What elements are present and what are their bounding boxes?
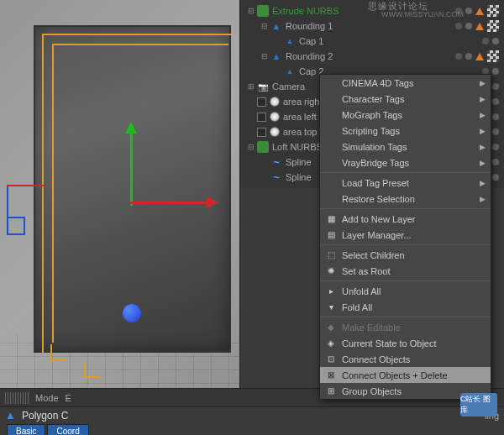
axis-y-arrow[interactable] [130,126,133,206]
camera-icon [257,81,269,92]
menu-label: VrayBridge Tags [342,158,484,168]
menu-label: Unfold All [342,286,484,296]
menu-item-unfold-all[interactable]: ▸Unfold All [320,283,491,299]
menu-label: MoGraph Tags [342,110,484,120]
context-menu[interactable]: CINEMA 4D Tags▶Character Tags▶MoGraph Ta… [319,74,491,400]
menu-item-character-tags[interactable]: Character Tags▶ [320,91,491,107]
expand-icon[interactable] [274,67,282,76]
expand-icon[interactable]: ⊟ [260,22,269,30]
watermark-url: WWW.MISSYUAN.COM [381,10,464,18]
editable-icon: ◆ [323,321,339,334]
layer-mgr-icon: ▤ [323,228,339,242]
loft-icon [257,141,269,153]
axis-origin-sphere[interactable] [123,304,141,322]
select-icon: ⬚ [323,249,339,262]
menu-item-connect-objects[interactable]: ⊡Connect Objects [320,351,491,367]
menu-item-make-editable: ◆Make Editable [320,319,491,335]
cap-icon [284,66,296,77]
layer-add-icon: ▦ [323,212,339,226]
axis-x-arrow[interactable] [130,202,214,204]
menu-item-vraybridge-tags[interactable]: VrayBridge Tags▶ [320,155,491,170]
blank-icon [323,156,339,170]
texture-tag[interactable] [487,20,499,32]
menu-item-connect-objects-delete[interactable]: ⊠Connect Objects + Delete [320,367,491,383]
menu-label: Scripting Tags [342,126,484,136]
menu-item-restore-selection[interactable]: Restore Selection▶ [320,191,491,207]
texture-tag[interactable] [487,5,499,17]
menu-label: Connect Objects + Delete [342,370,484,380]
menu-label: Restore Selection [342,194,484,204]
submenu-arrow-icon: ▶ [480,95,486,103]
menu-separator [320,280,491,281]
menu-item-layer-manager-[interactable]: ▤Layer Manager... [320,227,491,243]
tab-coord[interactable]: Coord [47,424,88,435]
menu-label: CINEMA 4D Tags [342,78,484,88]
tag-badge[interactable] [475,53,484,60]
visibility-checkbox[interactable] [257,97,266,107]
expand-icon[interactable]: ⊞ [247,82,255,91]
menu-label: Set as Root [342,266,484,276]
visibility-dots[interactable] [455,50,499,62]
tab-basic[interactable]: Basic [7,424,45,435]
menu-label: Character Tags [342,94,484,104]
menu-label: Load Tag Preset [342,178,484,188]
expand-icon[interactable] [274,37,282,45]
menu-label: Select Children [342,250,484,260]
blank-icon [323,92,339,106]
expand-icon[interactable]: ⊟ [260,52,269,60]
tag-badge[interactable] [475,8,484,15]
menu-label: Current State to Object [342,338,484,349]
tree-row-rounding-1[interactable]: ⊟Rounding 1 [240,18,504,34]
menu-label: Connect Objects [342,354,484,364]
menu-item-scripting-tags[interactable]: Scripting Tags▶ [320,123,491,139]
menu-label: Fold All [342,302,484,312]
expand-icon[interactable] [247,113,255,121]
blank-icon [323,76,339,90]
expand-icon[interactable] [247,97,255,106]
expand-icon[interactable] [260,173,269,181]
expand-icon[interactable] [260,158,269,166]
menu-item-mograph-tags[interactable]: MoGraph Tags▶ [320,107,491,123]
menu-item-set-as-root[interactable]: ✺Set as Root [320,263,491,279]
menu-item-add-to-new-layer[interactable]: ▦Add to New Layer [320,211,491,227]
submenu-arrow-icon: ▶ [480,127,486,135]
menu-separator [320,208,491,209]
tree-row-rounding-2[interactable]: ⊟Rounding 2 [240,49,504,64]
cap-icon [284,35,296,47]
light-icon [270,97,280,107]
visibility-checkbox[interactable] [257,113,266,122]
edge-bracket [84,361,101,378]
blank-icon [323,108,339,122]
expand-icon[interactable]: ⊟ [247,7,255,15]
expand-icon[interactable]: ⊟ [247,143,255,151]
menu-item-cinema-4d-tags[interactable]: CINEMA 4D Tags▶ [320,75,491,91]
menu-item-current-state-to-object[interactable]: ◈Current State to Object [320,335,491,351]
world-gizmo [7,185,57,235]
menu-separator [320,172,491,173]
visibility-checkbox[interactable] [257,128,266,137]
submenu-arrow-icon: ▶ [480,79,486,87]
menu-separator [320,244,491,245]
tree-label[interactable]: Cap 1 [299,36,504,46]
submenu-arrow-icon: ▶ [480,179,486,187]
viewport-3d[interactable] [0,0,239,435]
menu-item-load-tag-preset[interactable]: Load Tag Preset▶ [320,175,491,191]
visibility-dots[interactable] [455,20,499,32]
polygon-icon [5,409,18,422]
menu-item-simulation-tags[interactable]: Simulation Tags▶ [320,139,491,155]
texture-tag[interactable] [487,50,499,62]
light-icon [270,112,280,122]
watermark-badge: C站长 图库 [460,393,497,417]
blank-icon [323,124,339,138]
rounding-icon [270,50,282,62]
mode-label[interactable]: Mode [35,393,59,403]
edit-label[interactable]: E [66,393,71,403]
menu-item-fold-all[interactable]: ▾Fold All [320,299,491,315]
blank-icon [323,176,339,190]
expand-icon[interactable] [247,128,255,136]
tag-badge[interactable] [475,23,484,30]
visibility-dots[interactable] [482,38,499,45]
menu-item-select-children[interactable]: ⬚Select Children [320,247,491,263]
attribute-tabs[interactable]: Basic Coord [0,424,504,435]
tree-row-cap-1[interactable]: Cap 1 [240,34,504,49]
